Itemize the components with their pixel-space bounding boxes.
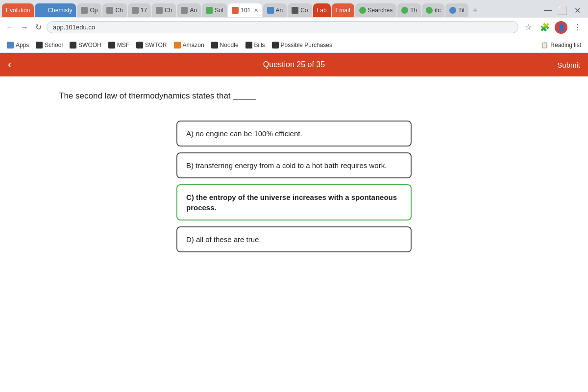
bookmark-star-button[interactable]: ☆	[521, 21, 535, 34]
bookmark-possible-purchases-label: Possible Purchases	[281, 42, 332, 49]
tab-ch2[interactable]: Ch	[152, 3, 176, 17]
bills-icon	[245, 42, 252, 49]
tab-lab-label: Lab	[317, 7, 327, 14]
forward-button[interactable]: →	[19, 22, 30, 33]
bookmark-apps[interactable]: Apps	[4, 41, 32, 49]
bookmark-msf-label: MSF	[117, 42, 129, 49]
noodle-icon	[211, 42, 218, 49]
tab-lab[interactable]: Lab	[313, 3, 331, 17]
back-button[interactable]: ←	[4, 22, 16, 33]
tab-chemisty[interactable]: Chemisty	[35, 3, 76, 17]
address-input[interactable]	[47, 21, 518, 33]
tab-17-favicon	[132, 7, 139, 14]
tab-an2-favicon	[267, 7, 274, 14]
tab-ch2-label: Ch	[165, 7, 172, 14]
avatar[interactable]: 👤	[555, 21, 567, 34]
answer-b[interactable]: B) transferring energy from a cold to a …	[176, 152, 412, 178]
tab-sol-favicon	[206, 7, 213, 14]
page-content: ‹ Question 25 of 35 Submit The second la…	[0, 53, 588, 392]
answer-b-text: B) transferring energy from a cold to a …	[186, 161, 387, 170]
answer-c-text: C) the entropy of the universe increases…	[186, 193, 397, 212]
tab-searches-label: Searches	[368, 7, 393, 14]
tab-an[interactable]: An	[177, 3, 201, 17]
bookmark-amazon-label: Amazon	[183, 42, 204, 49]
tab-ifc-favicon	[426, 7, 433, 14]
tab-evolution-label: Evolution	[6, 7, 30, 14]
tab-searches[interactable]: Searches	[355, 3, 397, 17]
tab-th-favicon	[401, 7, 408, 14]
tab-op-label: Op	[90, 7, 98, 14]
answer-c[interactable]: C) the entropy of the universe increases…	[176, 184, 412, 220]
tab-17[interactable]: 17	[128, 3, 151, 17]
tab-tit-favicon	[449, 7, 456, 14]
tab-bar: Evolution Chemisty Op Ch 17 Ch A	[0, 0, 588, 18]
tab-ifc-label: ifc	[435, 7, 441, 14]
tab-ch1-favicon	[106, 7, 113, 14]
tab-101[interactable]: 101 ✕	[228, 3, 262, 17]
tab-chemisty-favicon	[39, 7, 46, 14]
bookmark-bills-label: Bills	[254, 42, 265, 49]
tab-evolution[interactable]: Evolution	[2, 3, 34, 17]
extensions-button[interactable]: 🧩	[538, 21, 552, 34]
bookmark-noodle-label: Noodle	[220, 42, 239, 49]
bookmark-school[interactable]: School	[33, 41, 66, 49]
question-progress: Question 25 of 35	[263, 60, 325, 69]
refresh-button[interactable]: ↻	[33, 22, 44, 33]
tab-tit-label: Tit	[458, 7, 465, 14]
maximize-button[interactable]: ⬜	[556, 3, 569, 17]
swgoh-icon	[70, 42, 76, 49]
menu-button[interactable]: ⋮	[570, 21, 584, 34]
bookmark-apps-label: Apps	[16, 42, 29, 49]
tab-email-label: Email	[336, 7, 350, 14]
tab-tit[interactable]: Tit	[445, 3, 468, 17]
answer-a[interactable]: A) no engine can be 100% efficient.	[176, 121, 412, 147]
close-window-button[interactable]: ✕	[570, 3, 584, 17]
reading-list-label: Reading list	[550, 42, 581, 49]
bookmark-bills[interactable]: Bills	[243, 41, 268, 49]
answer-d[interactable]: D) all of these are true.	[176, 226, 412, 252]
bookmark-swgoh[interactable]: SWGOH	[67, 41, 104, 49]
tab-101-label: 101	[241, 7, 250, 14]
tab-17-label: 17	[141, 7, 147, 14]
tab-sol-label: Sol	[215, 7, 223, 14]
bookmark-school-label: School	[45, 42, 63, 49]
new-tab-button[interactable]: +	[469, 3, 481, 17]
bookmark-possible-purchases[interactable]: Possible Purchases	[269, 41, 335, 49]
tab-sol[interactable]: Sol	[202, 3, 227, 17]
tab-op[interactable]: Op	[77, 3, 101, 17]
bookmark-msf[interactable]: MSF	[105, 41, 132, 49]
possible-purchases-icon	[272, 42, 279, 49]
tab-101-close[interactable]: ✕	[254, 7, 258, 14]
bookmark-amazon[interactable]: Amazon	[171, 41, 207, 49]
tab-th[interactable]: Th	[397, 3, 421, 17]
tab-101-favicon	[232, 7, 239, 14]
tab-th-label: Th	[410, 7, 417, 14]
bookmark-swtor-label: SWTOR	[145, 42, 167, 49]
bookmark-swgoh-label: SWGOH	[78, 42, 101, 49]
tab-ch1[interactable]: Ch	[102, 3, 126, 17]
tab-ch1-label: Ch	[115, 7, 122, 14]
reading-list-icon: 📋	[541, 42, 548, 49]
tab-co[interactable]: Co	[288, 3, 312, 17]
back-question-button[interactable]: ‹	[8, 58, 11, 71]
bookmarks-bar: Apps School SWGOH MSF SWTOR Amazon Noodl…	[0, 37, 588, 53]
address-bar: ← → ↻ ☆ 🧩 👤 ⋮	[0, 18, 588, 37]
tab-ch2-favicon	[156, 7, 163, 14]
bookmark-swtor[interactable]: SWTOR	[133, 41, 170, 49]
tab-searches-favicon	[359, 7, 366, 14]
question-header: ‹ Question 25 of 35 Submit	[0, 53, 588, 76]
submit-button[interactable]: Submit	[557, 61, 580, 69]
school-icon	[36, 42, 43, 49]
tab-chemisty-label: Chemisty	[48, 7, 72, 14]
answers-container: A) no engine can be 100% efficient. B) t…	[176, 121, 412, 252]
quiz-body: The second law of thermodynamics states …	[0, 76, 588, 392]
tab-an2[interactable]: An	[263, 3, 287, 17]
tab-op-favicon	[81, 7, 88, 14]
swtor-icon	[136, 42, 143, 49]
minimize-button[interactable]: —	[541, 3, 555, 17]
reading-list-button[interactable]: 📋 Reading list	[538, 41, 584, 49]
tab-ifc[interactable]: ifc	[422, 3, 444, 17]
tab-an2-label: An	[276, 7, 283, 14]
bookmark-noodle[interactable]: Noodle	[208, 41, 242, 49]
tab-email[interactable]: Email	[332, 3, 354, 17]
